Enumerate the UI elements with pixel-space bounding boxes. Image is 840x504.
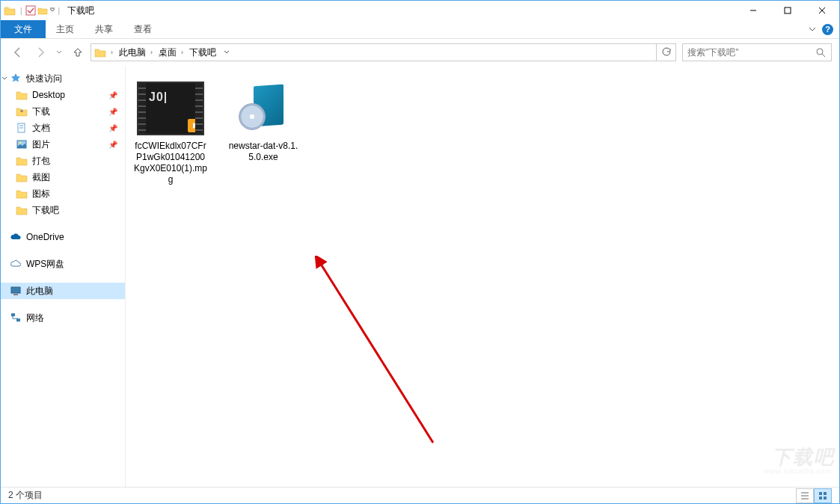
nav-area: › 此电脑› 桌面› 下载吧 bbox=[1, 39, 839, 66]
annotation-arrow bbox=[313, 256, 441, 450]
star-icon bbox=[10, 73, 22, 84]
sidebar-jietu[interactable]: 截图 bbox=[1, 169, 125, 185]
svg-rect-24 bbox=[824, 497, 827, 500]
sidebar-item-label: 快速访问 bbox=[26, 73, 62, 85]
sidebar-item-label: WPS网盘 bbox=[26, 258, 64, 271]
pin-icon: 📌 bbox=[108, 108, 117, 116]
pin-icon: 📌 bbox=[108, 124, 117, 132]
tab-file[interactable]: 文件 bbox=[1, 20, 46, 38]
svg-rect-16 bbox=[16, 319, 20, 322]
pictures-icon bbox=[16, 138, 28, 150]
sidebar-item-label: 文档 bbox=[32, 122, 50, 135]
sidebar-item-label: 网络 bbox=[26, 312, 44, 325]
ribbon-tabs: 文件 主页 共享 查看 ? bbox=[1, 20, 839, 39]
history-dropdown[interactable] bbox=[53, 43, 65, 62]
sidebar-tubiao[interactable]: 图标 bbox=[1, 185, 125, 202]
main-area: 快速访问 Desktop 📌 下载 📌 文档 📌 图片 📌 打包 截 bbox=[1, 66, 839, 487]
folder-icon bbox=[16, 204, 28, 216]
address-dropdown[interactable] bbox=[219, 49, 234, 55]
back-button[interactable] bbox=[8, 43, 28, 62]
address-bar[interactable]: › 此电脑› 桌面› 下载吧 bbox=[91, 43, 676, 61]
forward-button[interactable] bbox=[31, 43, 50, 62]
sidebar-dabao[interactable]: 打包 bbox=[1, 153, 125, 169]
item-count: 2 个项目 bbox=[8, 489, 43, 502]
sidebar-item-label: 图片 bbox=[32, 138, 50, 151]
breadcrumb-current[interactable]: 下载吧 bbox=[186, 46, 219, 59]
view-details-button[interactable] bbox=[796, 488, 814, 503]
file-item[interactable]: J0| fcCWIEkdlx07CFrP1wGk01041200KgvX0E01… bbox=[133, 79, 208, 185]
network-icon bbox=[10, 312, 22, 324]
sidebar-quick-access[interactable]: 快速访问 bbox=[1, 70, 125, 87]
qat-dropdown-icon[interactable] bbox=[49, 7, 55, 13]
refresh-button[interactable] bbox=[656, 44, 675, 61]
svg-line-17 bbox=[319, 262, 433, 443]
file-grid: J0| fcCWIEkdlx07CFrP1wGk01041200KgvX0E01… bbox=[133, 79, 832, 185]
watermark: 下载吧 bbox=[772, 444, 835, 470]
breadcrumb-chevron[interactable]: › bbox=[106, 49, 116, 56]
exe-thumbnail bbox=[227, 79, 299, 138]
svg-rect-22 bbox=[824, 492, 827, 495]
svg-rect-3 bbox=[785, 7, 791, 13]
video-thumbnail: J0| bbox=[135, 79, 206, 138]
quick-access-toolbar: | | bbox=[19, 5, 61, 16]
svg-rect-0 bbox=[26, 6, 35, 15]
view-icons-button[interactable] bbox=[814, 488, 832, 503]
tab-share[interactable]: 共享 bbox=[85, 20, 123, 38]
help-icon[interactable]: ? bbox=[822, 24, 833, 35]
ribbon-expand-icon[interactable] bbox=[809, 25, 816, 33]
qat-separator: | bbox=[20, 7, 22, 15]
svg-point-12 bbox=[19, 142, 22, 144]
svg-line-7 bbox=[822, 54, 825, 57]
svg-rect-21 bbox=[819, 492, 822, 495]
search-box[interactable] bbox=[682, 43, 832, 61]
qat-separator: | bbox=[58, 7, 61, 15]
breadcrumb-thispc[interactable]: 此电脑› bbox=[116, 46, 156, 59]
svg-point-6 bbox=[817, 49, 823, 55]
folder-icon bbox=[16, 155, 28, 167]
minimize-button[interactable] bbox=[736, 1, 770, 20]
close-button[interactable] bbox=[805, 1, 839, 20]
watermark-url: www.xiazaiba.com bbox=[764, 467, 832, 475]
sidebar-network[interactable]: 网络 bbox=[1, 310, 125, 326]
sidebar-thispc[interactable]: 此电脑 bbox=[1, 283, 125, 299]
window-title: 下载吧 bbox=[67, 4, 94, 17]
documents-icon bbox=[16, 122, 28, 134]
chevron-down-icon[interactable] bbox=[1, 75, 8, 82]
sidebar-documents[interactable]: 文档 📌 bbox=[1, 120, 125, 136]
sidebar-item-label: 此电脑 bbox=[26, 285, 53, 298]
tab-home[interactable]: 主页 bbox=[46, 20, 85, 38]
svg-rect-13 bbox=[11, 287, 20, 293]
search-input[interactable] bbox=[683, 47, 810, 58]
sidebar-wps[interactable]: WPS网盘 bbox=[1, 256, 125, 272]
sidebar-item-label: 下载 bbox=[32, 105, 50, 118]
search-icon[interactable] bbox=[810, 48, 831, 58]
sidebar-pictures[interactable]: 图片 📌 bbox=[1, 136, 125, 153]
folder-icon bbox=[16, 89, 28, 101]
navigation-pane[interactable]: 快速访问 Desktop 📌 下载 📌 文档 📌 图片 📌 打包 截 bbox=[1, 66, 125, 487]
maximize-button[interactable] bbox=[770, 1, 805, 20]
folder-icon bbox=[16, 188, 28, 200]
folder-small-icon[interactable] bbox=[37, 5, 48, 16]
up-button[interactable] bbox=[68, 43, 88, 62]
pin-icon: 📌 bbox=[108, 91, 117, 99]
sidebar-onedrive[interactable]: OneDrive bbox=[1, 229, 125, 245]
sidebar-item-label: 截图 bbox=[32, 171, 50, 184]
sidebar-item-label: 下载吧 bbox=[32, 204, 59, 217]
title-bar: | | 下载吧 bbox=[1, 1, 839, 20]
file-item[interactable]: newstar-dat-v8.1.5.0.exe bbox=[226, 79, 301, 185]
content-pane[interactable]: J0| fcCWIEkdlx07CFrP1wGk01041200KgvX0E01… bbox=[125, 66, 839, 487]
checkbox-icon[interactable] bbox=[25, 5, 36, 16]
sidebar-downloads[interactable]: 下载 📌 bbox=[1, 103, 125, 120]
file-name-label: fcCWIEkdlx07CFrP1wGk01041200KgvX0E010(1)… bbox=[133, 141, 208, 185]
downloads-icon bbox=[16, 105, 28, 117]
svg-rect-14 bbox=[13, 294, 18, 295]
file-name-label: newstar-dat-v8.1.5.0.exe bbox=[226, 141, 301, 163]
sidebar-item-label: 图标 bbox=[32, 188, 50, 200]
svg-rect-23 bbox=[819, 497, 822, 500]
sidebar-desktop[interactable]: Desktop 📌 bbox=[1, 87, 125, 103]
svg-rect-15 bbox=[11, 313, 15, 316]
computer-icon bbox=[10, 285, 22, 297]
tab-view[interactable]: 查看 bbox=[123, 20, 162, 38]
sidebar-xiazaiba[interactable]: 下载吧 bbox=[1, 202, 125, 218]
breadcrumb-desktop[interactable]: 桌面› bbox=[156, 46, 186, 59]
